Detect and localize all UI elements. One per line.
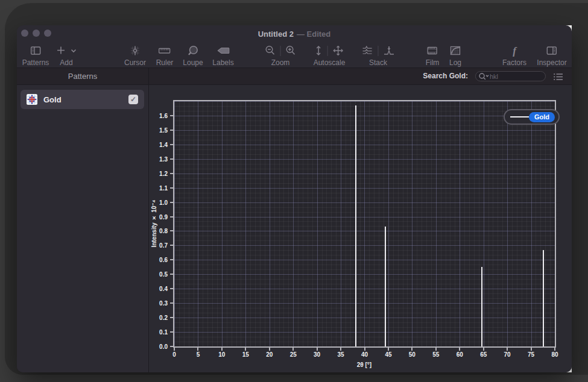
x-tick: [245, 348, 246, 351]
toolbar-loupe-button[interactable]: Loupe: [183, 43, 203, 67]
pattern-visibility-checkbox[interactable]: ✓: [128, 95, 138, 104]
search-input[interactable]: [490, 73, 543, 80]
unstack-peak-icon[interactable]: [383, 45, 396, 57]
search-field[interactable]: [475, 71, 546, 81]
x-tick-label: 10: [218, 351, 225, 358]
y-tick-label: 1.2: [149, 170, 168, 177]
stacked-patterns-icon[interactable]: [361, 45, 374, 57]
x-tick-label: 75: [528, 351, 534, 358]
x-tick: [292, 348, 294, 351]
y-tick-label: 1.6: [149, 112, 168, 119]
y-tick: [170, 216, 173, 218]
chart-panel: 2θ [°] Intensity × 10⁻⁴ Gold 05101520253…: [149, 85, 572, 372]
y-tick: [170, 274, 173, 275]
y-tick: [170, 346, 173, 347]
x-tick-label: 50: [409, 351, 416, 358]
x-tick: [197, 348, 198, 351]
toolbar-stack-group[interactable]: Stack: [361, 43, 396, 67]
toolbar-zoom-group[interactable]: Zoom: [265, 43, 297, 67]
data-cursor-icon: [129, 45, 141, 57]
close-button[interactable]: [21, 30, 28, 37]
y-tick: [170, 173, 173, 174]
x-tick-label: 45: [385, 351, 391, 358]
x-tick-label: 30: [314, 351, 320, 358]
toolbar-separator: [280, 46, 281, 56]
y-tick: [170, 187, 173, 189]
vertical-scale-icon[interactable]: [314, 45, 323, 57]
toolbar-autoscale-group[interactable]: Autoscale: [314, 43, 346, 67]
x-tick: [340, 348, 341, 351]
x-tick: [269, 348, 270, 351]
x-tick-label: 15: [242, 351, 249, 358]
y-tick-label: 0.3: [149, 300, 168, 307]
y-tick: [170, 202, 173, 203]
x-axis-title: 2θ [°]: [357, 362, 371, 368]
autoscale-move-icon[interactable]: [332, 45, 344, 57]
y-tick: [170, 245, 173, 246]
y-tick-label: 1.0: [149, 199, 168, 205]
toolbar-patterns-button[interactable]: Patterns: [22, 43, 49, 67]
x-tick-label: 35: [338, 351, 344, 358]
y-tick-label: 0.2: [149, 315, 168, 321]
y-tick: [170, 130, 173, 131]
minimize-button[interactable]: [33, 30, 40, 37]
toolbar-film-button[interactable]: Film: [426, 43, 440, 67]
toolbar-factors-button[interactable]: f Factors: [502, 43, 526, 67]
toolbar-inspector-button[interactable]: Inspector: [537, 43, 566, 67]
y-tick: [170, 288, 173, 289]
toolbar-separator: [378, 46, 379, 56]
zoom-in-icon[interactable]: [285, 45, 297, 57]
legend-entry-gold[interactable]: Gold: [529, 112, 555, 122]
loupe-icon: [186, 45, 200, 57]
y-axis-title: Intensity × 10⁻⁴: [151, 199, 157, 247]
x-tick: [483, 348, 484, 351]
x-tick: [435, 348, 437, 351]
x-tick: [554, 348, 555, 351]
x-tick: [174, 348, 175, 351]
x-tick: [531, 348, 532, 351]
panel-left-icon: [29, 45, 42, 57]
svg-text:f: f: [513, 45, 517, 57]
x-tick: [411, 348, 413, 351]
legend-line-sample: [510, 116, 529, 117]
x-tick: [364, 348, 365, 351]
pattern-name: Gold: [43, 95, 128, 104]
x-tick-label: 0: [172, 351, 176, 358]
window-title: Untitled 2— Edited: [17, 25, 572, 43]
sidebar-header: Patterns: [17, 68, 148, 84]
panel-right-icon: [545, 45, 558, 57]
legend[interactable]: Gold: [504, 109, 560, 125]
search-icon[interactable]: [478, 72, 490, 81]
y-tick-label: 0.7: [149, 242, 168, 249]
sidebar-item-gold[interactable]: Gold ✓: [21, 90, 144, 109]
crystal-structure-icon: [27, 94, 37, 105]
header-row: Patterns Search Gold:: [17, 67, 572, 85]
y-tick: [170, 115, 173, 116]
toolbar-add-button[interactable]: Add: [56, 43, 77, 67]
zoom-out-icon[interactable]: [265, 45, 276, 57]
toolbar-labels-button[interactable]: Labels: [212, 43, 233, 67]
edited-badge: — Edited: [297, 30, 330, 39]
y-tick: [170, 302, 173, 304]
x-tick: [388, 348, 389, 351]
y-tick: [170, 144, 173, 145]
y-tick-label: 0.1: [149, 329, 168, 336]
film-strip-icon: [426, 45, 438, 57]
y-tick-label: 0.4: [149, 286, 168, 292]
x-tick-label: 55: [432, 351, 439, 358]
toolbar-ruler-button[interactable]: Ruler: [156, 43, 174, 67]
y-tick-label: 0.8: [149, 228, 168, 234]
plot-area[interactable]: [174, 101, 555, 346]
zoom-window-button[interactable]: [44, 30, 51, 37]
diffraction-peak: [543, 250, 544, 346]
chevron-down-icon: [71, 45, 77, 57]
toolbar-cursor-button[interactable]: Cursor: [124, 43, 146, 67]
toolbar-log-button[interactable]: Log: [449, 43, 461, 67]
app-window: Untitled 2— Edited Patterns: [17, 25, 572, 372]
document-title: Untitled 2: [258, 30, 294, 39]
x-tick-label: 65: [480, 351, 487, 358]
x-tick-label: 25: [290, 351, 297, 358]
y-tick: [170, 259, 173, 260]
hkl-list-icon[interactable]: [553, 72, 563, 81]
x-tick: [507, 348, 508, 351]
